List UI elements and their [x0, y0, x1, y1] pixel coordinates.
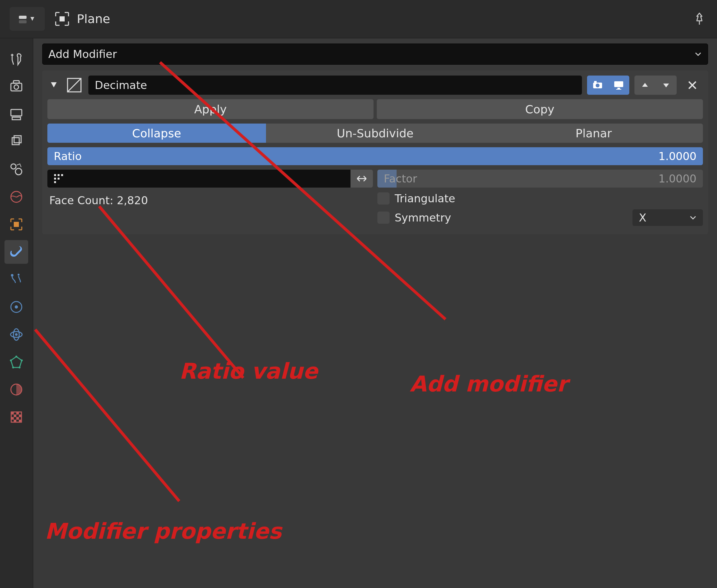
svg-point-25	[10, 359, 12, 361]
svg-rect-34	[14, 420, 16, 422]
tab-tool[interactable]	[4, 47, 28, 71]
tab-texture[interactable]	[4, 405, 28, 429]
tab-world[interactable]	[4, 185, 28, 209]
mode-tab-planar[interactable]: Planar	[484, 124, 703, 143]
svg-point-23	[19, 366, 20, 369]
vertex-group-invert-button[interactable]	[351, 170, 373, 188]
triangulate-checkbox[interactable]	[377, 192, 389, 205]
close-icon	[687, 80, 698, 90]
svg-rect-44	[58, 174, 60, 176]
svg-rect-2	[60, 16, 65, 21]
svg-rect-30	[14, 415, 16, 417]
modifier-name-text: Decimate	[95, 79, 147, 91]
svg-rect-29	[16, 412, 19, 415]
svg-rect-32	[11, 417, 14, 420]
tool-icon	[9, 52, 24, 67]
editor-type-dropdown[interactable]	[9, 7, 45, 31]
vertex-group-row	[47, 170, 373, 188]
planar-tab-label: Planar	[575, 127, 612, 140]
tab-view-layer[interactable]	[4, 130, 28, 154]
apply-modifier-button[interactable]: Apply	[47, 99, 374, 119]
symmetry-checkbox[interactable]	[377, 212, 389, 224]
constraints-icon	[9, 327, 24, 342]
material-icon	[9, 382, 24, 397]
mode-tab-collapse[interactable]: Collapse	[47, 124, 266, 143]
decimate-type-icon	[65, 76, 83, 94]
tab-render[interactable]	[4, 75, 28, 99]
tab-output[interactable]	[4, 102, 28, 126]
copy-label: Copy	[525, 103, 554, 116]
ratio-label: Ratio	[54, 150, 82, 163]
svg-rect-28	[11, 412, 14, 415]
particles-icon	[9, 272, 24, 287]
symmetry-row: Symmetry X	[377, 209, 703, 226]
copy-modifier-button[interactable]: Copy	[377, 99, 703, 119]
svg-rect-35	[19, 420, 21, 422]
svg-rect-40	[614, 81, 623, 87]
svg-rect-1	[19, 20, 26, 23]
svg-rect-43	[54, 174, 56, 176]
face-count-label: Face Count: 2,820	[47, 191, 373, 207]
modifier-decimate-panel: Decimate	[42, 70, 708, 234]
svg-point-17	[15, 306, 18, 309]
object-name: Plane	[77, 12, 110, 26]
svg-rect-13	[14, 222, 19, 227]
pin-icon[interactable]	[691, 11, 708, 27]
add-modifier-label: Add Modifier	[48, 48, 117, 61]
tab-mesh-data[interactable]	[4, 350, 28, 374]
modifier-name-field[interactable]: Decimate	[88, 76, 582, 95]
svg-rect-7	[12, 117, 20, 120]
remove-modifier-button[interactable]	[684, 77, 700, 93]
monitor-icon	[613, 79, 625, 91]
arrows-horizontal-icon	[356, 173, 367, 184]
tab-modifiers[interactable]	[4, 240, 28, 264]
svg-point-20	[15, 333, 18, 336]
move-modifier-up[interactable]	[634, 76, 656, 95]
svg-rect-0	[19, 16, 26, 19]
collapse-triangle-icon[interactable]	[47, 81, 60, 89]
camera-icon	[592, 79, 603, 91]
mode-tab-unsubdivide[interactable]: Un-Subdivide	[266, 124, 485, 143]
add-modifier-dropdown[interactable]: Add Modifier	[42, 44, 708, 65]
factor-slider[interactable]: Factor 1.0000	[377, 170, 703, 188]
tab-physics[interactable]	[4, 295, 28, 319]
chevron-down-icon	[694, 48, 702, 61]
triangulate-label: Triangulate	[395, 192, 455, 205]
unsubdivide-tab-label: Un-Subdivide	[337, 127, 414, 140]
svg-point-38	[596, 84, 599, 87]
svg-rect-41	[617, 88, 620, 89]
triangle-down-icon	[662, 81, 670, 89]
view-layer-icon	[9, 134, 24, 149]
vertex-group-icon[interactable]	[47, 170, 70, 188]
wrench-icon	[9, 244, 24, 259]
vertex-group-field[interactable]	[70, 170, 351, 188]
physics-icon	[9, 300, 24, 314]
modifier-header: Decimate	[47, 76, 703, 95]
triangle-up-icon	[641, 81, 649, 89]
svg-point-5	[14, 85, 19, 89]
svg-point-10	[11, 164, 16, 169]
output-icon	[9, 107, 24, 122]
tab-particles[interactable]	[4, 268, 28, 291]
tab-scene[interactable]	[4, 158, 28, 181]
symmetry-label: Symmetry	[395, 211, 451, 224]
ratio-slider[interactable]: Ratio 1.0000	[47, 147, 703, 165]
tab-object[interactable]	[4, 212, 28, 236]
symmetry-axis-value: X	[639, 211, 646, 224]
render-icon	[9, 79, 24, 94]
symmetry-axis-select[interactable]: X	[632, 209, 703, 226]
tab-constraints[interactable]	[4, 323, 28, 346]
svg-point-22	[21, 359, 23, 361]
toggle-viewport-visibility[interactable]	[608, 76, 629, 95]
svg-point-11	[15, 168, 22, 175]
object-breadcrumb[interactable]: Plane	[55, 8, 117, 30]
world-icon	[9, 189, 24, 204]
chevron-down-icon	[690, 214, 697, 221]
move-modifier-down[interactable]	[656, 76, 677, 95]
tab-material[interactable]	[4, 378, 28, 401]
ratio-value: 1.0000	[658, 150, 697, 163]
svg-rect-39	[594, 81, 597, 83]
toggle-render-visibility[interactable]	[587, 76, 608, 95]
decimate-mode-tabs: Collapse Un-Subdivide Planar	[47, 124, 703, 143]
svg-rect-33	[16, 417, 19, 420]
